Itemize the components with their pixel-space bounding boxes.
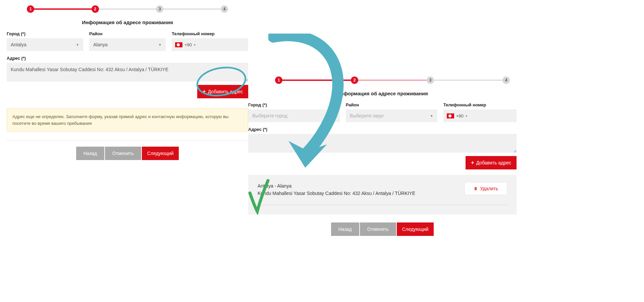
phone-field: Телефонный номер +90 ▾ <box>172 31 248 51</box>
section-title: Информация об адресе проживания <box>7 19 248 25</box>
chevron-down-icon: ▾ <box>466 114 467 118</box>
step-1: 1 <box>275 77 282 84</box>
saved-separator <box>258 205 507 205</box>
add-address-label: Добавить адрес <box>476 160 511 165</box>
turkey-flag-icon <box>447 113 454 118</box>
back-button[interactable]: Назад <box>76 147 104 160</box>
address-textarea[interactable] <box>248 134 517 153</box>
step-line <box>163 8 221 10</box>
delete-button[interactable]: Удалить <box>465 182 507 195</box>
step-line <box>282 80 351 81</box>
phone-input[interactable]: +90 ▾ <box>172 38 248 51</box>
saved-address-header: Antalya - Alanya <box>258 182 415 190</box>
address-label: Адрес (*) <box>7 56 248 61</box>
phone-prefix: +90 <box>184 42 192 47</box>
next-button[interactable]: Следующий <box>397 222 434 236</box>
district-placeholder: Выберите округ <box>350 113 384 118</box>
trash-icon <box>474 186 478 191</box>
saved-address-text: Antalya - Alanya Kundu Mahallesi Yasar S… <box>258 182 415 197</box>
add-address-row: + Добавить адрес <box>248 156 517 169</box>
step-3: 3 <box>427 77 434 84</box>
city-placeholder: Выберите город <box>252 113 287 118</box>
district-select[interactable]: Alanya ▼ <box>89 38 166 51</box>
chevron-down-icon: ▼ <box>332 114 336 118</box>
add-address-label: Добавить адрес <box>208 89 243 94</box>
step-1: 1 <box>27 5 34 13</box>
form-panel-after: 1 2 3 4 Информация об адресе проживания … <box>248 74 517 236</box>
phone-label: Телефонный номер <box>443 102 517 107</box>
step-line <box>34 8 92 10</box>
step-2: 2 <box>351 77 358 84</box>
saved-address-line: Kundu Mahallesi Yasar Sobutay Caddesi No… <box>258 190 415 197</box>
chevron-down-icon: ▼ <box>158 43 162 47</box>
district-field: Район Выберите округ ▼ <box>346 102 437 122</box>
footer-buttons: Назад Отменить Следующий <box>248 222 517 236</box>
cancel-button[interactable]: Отменить <box>360 222 396 236</box>
next-button[interactable]: Следующий <box>142 147 179 160</box>
warning-alert: Адрес еще не определен. Заполните форму,… <box>7 108 248 132</box>
district-value: Alanya <box>93 42 108 47</box>
address-field: Адрес (*) <box>7 56 248 82</box>
form-row: Город (*) Antalya ▼ Район Alanya ▼ Телеф… <box>7 31 248 51</box>
city-select[interactable]: Выберите город ▼ <box>248 109 340 122</box>
form-row: Город (*) Выберите город ▼ Район Выберит… <box>248 102 517 122</box>
stepper: 1 2 3 4 <box>27 5 228 13</box>
district-label: Район <box>89 31 166 36</box>
delete-label: Удалить <box>480 186 498 191</box>
district-field: Район Alanya ▼ <box>89 31 166 51</box>
district-label: Район <box>346 102 437 107</box>
step-4: 4 <box>502 77 510 84</box>
step-4: 4 <box>221 5 228 13</box>
phone-prefix: +90 <box>456 113 464 118</box>
address-textarea[interactable] <box>7 63 248 82</box>
separator <box>7 140 248 141</box>
chevron-down-icon: ▾ <box>194 43 196 47</box>
phone-label: Телефонный номер <box>172 31 248 36</box>
address-label: Адрес (*) <box>248 127 517 132</box>
step-line <box>434 80 502 81</box>
city-field: Город (*) Выберите город ▼ <box>248 102 340 122</box>
chevron-down-icon: ▼ <box>76 43 79 47</box>
step-3: 3 <box>156 5 163 13</box>
district-select[interactable]: Выберите округ ▼ <box>346 109 437 122</box>
city-label: Город (*) <box>7 31 83 36</box>
phone-field: Телефонный номер +90 ▾ <box>443 102 517 122</box>
section-title: Информация об адресе проживания <box>248 91 517 96</box>
phone-input[interactable]: +90 ▾ <box>443 109 517 122</box>
back-button[interactable]: Назад <box>331 222 359 236</box>
cancel-button[interactable]: Отменить <box>105 147 141 160</box>
turkey-flag-icon <box>175 42 182 47</box>
city-label: Город (*) <box>248 102 340 107</box>
add-address-button[interactable]: + Добавить адрес <box>466 156 517 169</box>
add-address-button[interactable]: + Добавить адрес <box>197 85 248 98</box>
plus-icon: + <box>203 89 206 95</box>
stepper: 1 2 3 4 <box>275 77 510 84</box>
city-field: Город (*) Antalya ▼ <box>7 31 83 51</box>
form-panel-before: 1 2 3 4 Информация об адресе проживания … <box>7 3 248 160</box>
city-value: Antalya <box>11 42 26 47</box>
footer-buttons: Назад Отменить Следующий <box>7 147 248 160</box>
add-address-row: + Добавить адрес <box>7 85 248 98</box>
step-2: 2 <box>92 5 99 13</box>
step-line <box>99 8 156 10</box>
saved-address-card: Antalya - Alanya Kundu Mahallesi Yasar S… <box>248 175 517 214</box>
plus-icon: + <box>471 160 474 166</box>
address-field: Адрес (*) <box>248 127 517 153</box>
chevron-down-icon: ▼ <box>430 114 433 118</box>
step-line <box>358 80 427 81</box>
city-select[interactable]: Antalya ▼ <box>7 38 83 51</box>
